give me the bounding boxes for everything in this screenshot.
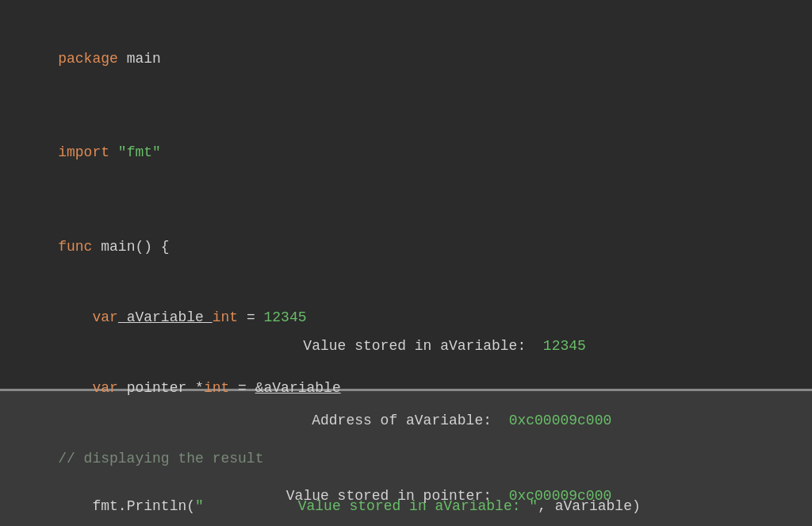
code-line-func: func main() { [24,213,788,283]
output-line-1: Value stored in aVariable: 12345 [226,309,586,384]
code-line-blank-2 [24,189,788,213]
output-label-2: Address of aVariable: [235,413,509,428]
import-path: "fmt" [118,144,161,160]
output-line-2: Address of aVariable: 0xc00009c000 [201,384,612,459]
keyword-var-2: var [92,380,117,396]
code-line-import: import "fmt" [24,118,788,189]
output-line-3: Value stored in pointer: 0xc00009c000 [201,459,612,526]
output-value-1: 12345 [543,338,586,354]
output-label-1: Value stored in aVariable: [260,338,542,354]
keyword-package: package [58,51,118,67]
keyword-var-1: var [92,309,117,325]
keyword-func: func [58,239,92,255]
var-name-avariable: aVariable [118,309,213,325]
code-line-1: package main [24,24,788,94]
output-value-2: 0xc00009c000 [509,413,612,428]
output-label-3: Value stored in pointer: [235,488,509,504]
package-name: main [118,51,161,67]
code-line-blank-1 [24,94,788,118]
keyword-import: import [58,144,109,160]
output-value-3: 0xc00009c000 [509,488,612,504]
